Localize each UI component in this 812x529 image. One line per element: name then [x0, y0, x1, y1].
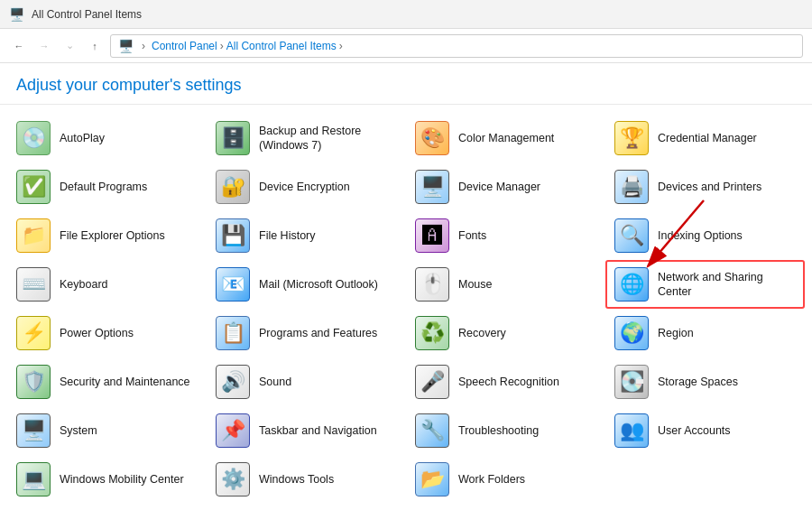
control-item-programs[interactable]: 📋 Programs and Features	[207, 309, 406, 357]
icon-workfold: 📂	[415, 462, 449, 497]
control-item-mouse[interactable]: 🖱️ Mouse	[406, 260, 605, 309]
item-label-mobility: Windows Mobility Center	[60, 472, 184, 487]
item-label-system: System	[60, 423, 97, 438]
icon-default: ✅	[16, 170, 51, 204]
control-item-wintools[interactable]: ⚙️ Windows Tools	[207, 455, 406, 504]
control-item-taskbar[interactable]: 📌 Taskbar and Navigation	[207, 406, 406, 455]
title-bar: 🖥️ All Control Panel Items	[0, 0, 812, 29]
icon-keyboard: ⌨️	[16, 267, 51, 302]
icon-credential: 🏆	[614, 121, 649, 155]
icon-backup: 🗄️	[216, 121, 250, 155]
item-label-speech: Speech Recognition	[458, 375, 559, 389]
icon-mail: 📧	[216, 267, 250, 302]
item-label-fonts: Fonts	[458, 228, 486, 243]
control-item-default[interactable]: ✅ Default Programs	[7, 162, 207, 211]
title-bar-icon: 🖥️	[9, 7, 24, 22]
up-button[interactable]: ↑	[85, 36, 105, 56]
item-label-region: Region	[658, 326, 694, 340]
icon-color: 🎨	[415, 121, 449, 155]
control-item-fileexp[interactable]: 📁 File Explorer Options	[7, 211, 207, 260]
item-label-encryption: Device Encryption	[259, 180, 350, 194]
control-item-storage[interactable]: 💽 Storage Spaces	[605, 357, 805, 406]
back-button[interactable]: ←	[9, 36, 29, 56]
control-item-fonts[interactable]: 🅰 Fonts	[406, 211, 605, 260]
main-content: Adjust your computer's settings 💿 AutoPl…	[0, 63, 812, 529]
breadcrumb-all-items[interactable]: All Control Panel Items	[226, 40, 337, 52]
icon-fileexp: 📁	[16, 218, 51, 253]
item-label-keyboard: Keyboard	[60, 277, 108, 292]
control-item-color[interactable]: 🎨 Color Management	[406, 114, 605, 162]
item-label-network: Network and Sharing Center	[658, 270, 796, 300]
icon-speech: 🎤	[415, 365, 449, 399]
icon-filehist: 💾	[216, 218, 250, 253]
control-item-backup[interactable]: 🗄️ Backup and Restore (Windows 7)	[207, 114, 406, 162]
icon-mobility: 💻	[16, 462, 51, 497]
item-label-devicemgr: Device Manager	[458, 180, 540, 194]
control-item-trouble[interactable]: 🔧 Troubleshooting	[406, 406, 605, 455]
item-label-backup: Backup and Restore (Windows 7)	[259, 124, 397, 153]
control-item-keyboard[interactable]: ⌨️ Keyboard	[7, 260, 207, 309]
item-label-autoplay: AutoPlay	[60, 131, 105, 145]
item-label-mail: Mail (Microsoft Outlook)	[259, 277, 378, 292]
icon-region: 🌍	[614, 316, 649, 350]
item-label-taskbar: Taskbar and Navigation	[259, 423, 377, 438]
control-item-workfold[interactable]: 📂 Work Folders	[406, 455, 605, 504]
item-label-recovery: Recovery	[458, 326, 506, 340]
page-header: Adjust your computer's settings	[0, 63, 812, 105]
control-item-devicemgr[interactable]: 🖥️ Device Manager	[406, 162, 605, 211]
icon-devices: 🖨️	[614, 170, 649, 204]
item-label-programs: Programs and Features	[259, 326, 377, 340]
control-item-mobility[interactable]: 💻 Windows Mobility Center	[7, 455, 207, 504]
control-item-users[interactable]: 👥 User Accounts	[605, 406, 805, 455]
control-item-indexing[interactable]: 🔍 Indexing Options	[605, 211, 805, 260]
control-item-network[interactable]: 🌐 Network and Sharing Center	[605, 260, 805, 309]
item-label-default: Default Programs	[60, 180, 147, 194]
icon-storage: 💽	[614, 365, 649, 399]
control-item-security[interactable]: 🛡️ Security and Maintenance	[7, 357, 207, 406]
item-label-mouse: Mouse	[458, 277, 493, 292]
icon-sound: 🔊	[216, 365, 250, 399]
page-title: Adjust your computer's settings	[16, 76, 242, 94]
item-label-credential: Credential Manager	[658, 131, 757, 145]
icon-devicemgr: 🖥️	[415, 170, 449, 204]
control-item-region[interactable]: 🌍 Region	[605, 309, 805, 357]
item-label-fileexp: File Explorer Options	[60, 228, 165, 243]
control-item-speech[interactable]: 🎤 Speech Recognition	[406, 357, 605, 406]
control-item-power[interactable]: ⚡ Power Options	[7, 309, 207, 357]
item-label-power: Power Options	[60, 326, 134, 340]
control-item-autoplay[interactable]: 💿 AutoPlay	[7, 114, 207, 162]
item-label-indexing: Indexing Options	[658, 228, 743, 243]
icon-taskbar: 📌	[216, 413, 250, 448]
breadcrumb-control-panel[interactable]: Control Panel	[152, 40, 217, 52]
control-item-filehist[interactable]: 💾 File History	[207, 211, 406, 260]
control-item-credential[interactable]: 🏆 Credential Manager	[605, 114, 805, 162]
icon-trouble: 🔧	[415, 413, 449, 448]
address-icon: 🖥️	[118, 39, 134, 53]
control-item-encryption[interactable]: 🔐 Device Encryption	[207, 162, 406, 211]
icon-security: 🛡️	[16, 365, 51, 399]
control-item-devices[interactable]: 🖨️ Devices and Printers	[605, 162, 805, 211]
item-label-devices: Devices and Printers	[658, 180, 761, 194]
icon-programs: 📋	[216, 316, 250, 350]
recent-locations-button[interactable]: ⌄	[60, 36, 79, 56]
control-item-mail[interactable]: 📧 Mail (Microsoft Outlook)	[207, 260, 406, 309]
address-path: 🖥️ › Control Panel › All Control Panel I…	[110, 34, 803, 58]
control-item-sound[interactable]: 🔊 Sound	[207, 357, 406, 406]
control-item-system[interactable]: 🖥️ System	[7, 406, 207, 455]
icon-fonts: 🅰	[415, 218, 449, 253]
item-label-security: Security and Maintenance	[60, 375, 190, 389]
control-item-recovery[interactable]: ♻️ Recovery	[406, 309, 605, 357]
items-grid: 💿 AutoPlay 🗄️ Backup and Restore (Window…	[0, 105, 812, 513]
icon-wintools: ⚙️	[216, 462, 250, 497]
item-label-wintools: Windows Tools	[259, 472, 334, 487]
icon-encryption: 🔐	[216, 170, 250, 204]
icon-recovery: ♻️	[415, 316, 449, 350]
icon-autoplay: 💿	[16, 121, 51, 155]
icon-mouse: 🖱️	[415, 267, 449, 302]
forward-button[interactable]: →	[34, 36, 54, 56]
item-label-workfold: Work Folders	[458, 472, 525, 487]
item-label-users: User Accounts	[658, 423, 731, 438]
item-label-trouble: Troubleshooting	[458, 423, 539, 438]
item-label-color: Color Management	[458, 131, 554, 145]
title-bar-text: All Control Panel Items	[32, 8, 142, 21]
